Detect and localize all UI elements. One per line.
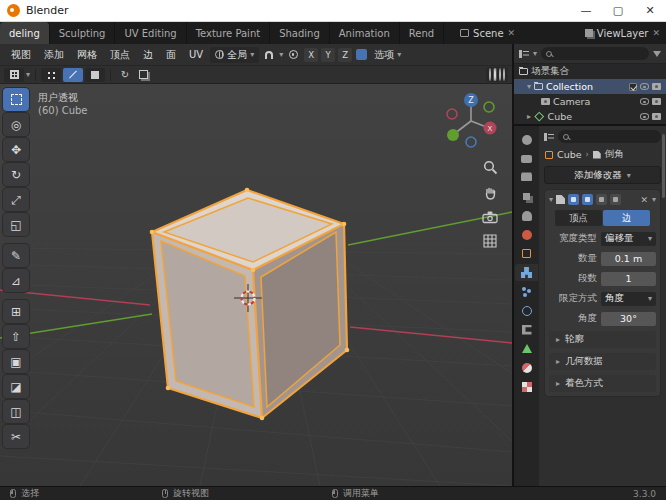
tool-transform[interactable]: ◱ bbox=[3, 213, 29, 236]
select-mode-vertex-button[interactable] bbox=[41, 68, 61, 82]
tab-object-data[interactable] bbox=[515, 340, 538, 357]
camera-view-icon[interactable] bbox=[482, 210, 498, 224]
editor-type-button[interactable] bbox=[4, 68, 24, 82]
workspace-tab-animation[interactable]: Animation bbox=[330, 22, 400, 44]
tab-tool[interactable] bbox=[515, 131, 538, 148]
outliner-row-scene-collection[interactable]: 场景集合 bbox=[514, 64, 666, 79]
chevron-right-icon[interactable]: ▸ bbox=[527, 112, 531, 121]
cage-display-toggle[interactable] bbox=[610, 194, 621, 205]
select-mode-edge-button[interactable] bbox=[63, 68, 83, 82]
tab-render[interactable] bbox=[515, 150, 538, 167]
maximize-button[interactable]: ▢ bbox=[602, 0, 634, 21]
shading-rendered-button[interactable] bbox=[503, 69, 505, 80]
workspace-tab-uv-editing[interactable]: UV Editing bbox=[115, 22, 186, 44]
breadcrumb-modifier[interactable]: 倒角 bbox=[605, 148, 624, 161]
gizmo-x-neg-axis[interactable] bbox=[447, 109, 457, 119]
workspace-tab-rendering[interactable]: Rend bbox=[400, 22, 444, 44]
menu-uv[interactable]: UV bbox=[183, 49, 209, 60]
proportional-editing-button[interactable] bbox=[284, 48, 302, 62]
chevron-down-icon[interactable]: ▾ bbox=[527, 82, 531, 91]
shading-material-button[interactable] bbox=[499, 69, 501, 80]
tool-add-cube[interactable]: ⊞ bbox=[3, 300, 29, 323]
tool-move[interactable]: ✥ bbox=[3, 138, 29, 161]
gizmo-z-neg-axis[interactable] bbox=[466, 137, 476, 147]
shading-wireframe-button[interactable] bbox=[489, 69, 491, 80]
tool-rotate[interactable]: ↻ bbox=[3, 163, 29, 186]
hide-eye-icon[interactable] bbox=[640, 113, 649, 120]
gizmo-y-axis[interactable] bbox=[447, 129, 459, 141]
tool-scale[interactable]: ⤢ bbox=[3, 188, 29, 211]
mirror-x-button[interactable]: X bbox=[304, 48, 318, 62]
tab-modifiers[interactable] bbox=[515, 264, 538, 281]
mirror-z-button[interactable]: Z bbox=[338, 48, 352, 62]
workspace-tab-texture-paint[interactable]: Texture Paint bbox=[187, 22, 271, 44]
tab-scene[interactable] bbox=[515, 207, 538, 224]
workspace-tab-modeling[interactable]: deling bbox=[0, 22, 50, 44]
menu-vertex[interactable]: 顶点 bbox=[104, 48, 136, 62]
tool-annotate[interactable]: ✎ bbox=[3, 244, 29, 267]
remove-modifier-icon[interactable]: ✕ bbox=[639, 195, 649, 205]
render-visibility-icon[interactable] bbox=[652, 98, 661, 105]
workspace-tab-shading[interactable]: Shading bbox=[270, 22, 330, 44]
amount-field[interactable]: 0.1 m bbox=[601, 252, 656, 266]
mirror-y-button[interactable]: Y bbox=[321, 48, 335, 62]
add-modifier-button[interactable]: 添加修改器 ▾ bbox=[544, 166, 661, 184]
hide-eye-icon[interactable] bbox=[640, 98, 649, 105]
outliner-row-camera[interactable]: Camera bbox=[514, 94, 666, 109]
minimize-button[interactable]: — bbox=[570, 0, 602, 21]
menu-add[interactable]: 添加 bbox=[38, 48, 70, 62]
section-geometry[interactable]: ▸ 几何数据 bbox=[549, 353, 656, 370]
realtime-display-toggle[interactable] bbox=[582, 194, 593, 205]
menu-face[interactable]: 面 bbox=[160, 48, 182, 62]
tab-object[interactable] bbox=[515, 245, 538, 262]
gizmo-toggle-icon[interactable] bbox=[356, 49, 367, 60]
tool-extrude[interactable]: ⇧ bbox=[3, 325, 29, 348]
tab-physics[interactable] bbox=[515, 302, 538, 319]
tab-material[interactable] bbox=[515, 359, 538, 376]
close-button[interactable]: ✕ bbox=[634, 0, 666, 21]
gizmo-y-neg-axis[interactable] bbox=[484, 102, 494, 112]
filter-icon[interactable] bbox=[653, 51, 661, 57]
scene-unlink-icon[interactable]: ✕ bbox=[508, 28, 516, 38]
render-display-toggle[interactable] bbox=[596, 194, 607, 205]
affect-vertices-button[interactable]: 顶点 bbox=[555, 210, 602, 226]
angle-field[interactable]: 30° bbox=[601, 312, 656, 326]
tool-bevel[interactable]: ◪ bbox=[3, 375, 29, 398]
width-type-dropdown[interactable]: 偏移量 ▾ bbox=[601, 232, 656, 246]
tool-loop-cut[interactable]: ◫ bbox=[3, 400, 29, 423]
tool-knife[interactable]: ✂ bbox=[3, 425, 29, 448]
outliner-editor-icon[interactable] bbox=[519, 50, 529, 58]
modifier-extras-icon[interactable]: ▾ bbox=[652, 195, 656, 204]
tab-view-layer[interactable] bbox=[515, 188, 538, 205]
section-profile[interactable]: ▸ 轮廓 bbox=[549, 331, 656, 348]
affect-edges-button[interactable]: 边 bbox=[603, 210, 650, 226]
overlays-button[interactable] bbox=[136, 68, 154, 82]
panel-expand-icon[interactable]: ▾ bbox=[549, 195, 553, 204]
tool-select-box[interactable] bbox=[3, 88, 29, 111]
scrollbar[interactable] bbox=[662, 134, 665, 198]
properties-editor-icon[interactable] bbox=[544, 133, 554, 141]
limit-method-dropdown[interactable]: 角度 ▾ bbox=[601, 292, 656, 306]
options-dropdown[interactable]: 选项 ▾ bbox=[374, 48, 401, 62]
tool-measure[interactable]: ⊿ bbox=[3, 269, 29, 292]
navigation-gizmo[interactable]: Z X bbox=[442, 90, 500, 148]
pan-hand-icon[interactable] bbox=[483, 185, 498, 200]
toggle-grid-icon[interactable] bbox=[483, 234, 497, 248]
tab-output[interactable] bbox=[515, 169, 538, 186]
outliner-row-cube[interactable]: ▸ Cube bbox=[514, 109, 666, 124]
edit-mode-display-toggle[interactable] bbox=[568, 194, 579, 205]
viewport-scene[interactable] bbox=[0, 84, 512, 486]
outliner-row-collection[interactable]: ▾ Collection bbox=[514, 79, 666, 94]
outliner-search-input[interactable] bbox=[541, 47, 649, 60]
tab-particles[interactable] bbox=[515, 283, 538, 300]
zoom-icon[interactable] bbox=[483, 160, 498, 175]
menu-edge[interactable]: 边 bbox=[137, 48, 159, 62]
tab-texture[interactable] bbox=[515, 378, 538, 395]
shading-solid-button[interactable] bbox=[493, 68, 497, 81]
workspace-tab-sculpting[interactable]: Sculpting bbox=[50, 22, 116, 44]
tab-world[interactable] bbox=[515, 226, 538, 243]
segments-field[interactable]: 1 bbox=[601, 272, 656, 286]
3d-viewport[interactable]: 用户透视 (60) Cube ◎ ✥ ↻ ⤢ ◱ ✎ ⊿ ⊞ ⇧ ▣ ◪ ◫ bbox=[0, 84, 512, 486]
view-rotate-button[interactable]: ↻ bbox=[116, 68, 134, 82]
hide-eye-icon[interactable] bbox=[640, 83, 649, 90]
